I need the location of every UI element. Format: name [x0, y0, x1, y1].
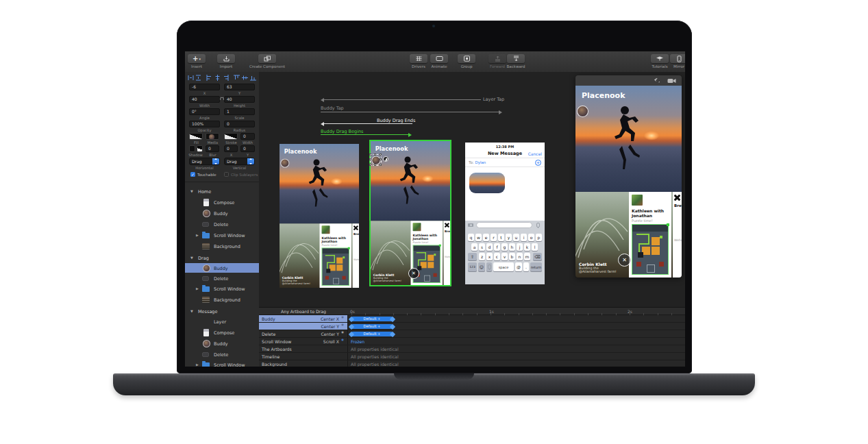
- key-m[interactable]: m: [524, 253, 530, 260]
- backward-button[interactable]: [507, 54, 525, 63]
- shadow-blur-field[interactable]: 0: [206, 145, 219, 152]
- insert-button[interactable]: +▾: [188, 54, 206, 63]
- mic-icon[interactable]: [536, 223, 540, 227]
- key-w[interactable]: w: [475, 234, 482, 241]
- horizontal-drag-select[interactable]: Drag: [189, 158, 220, 165]
- canvas[interactable]: Layer Tap Buddy Tap Buddy Drag Ends Budd…: [259, 72, 685, 307]
- layer-section-home[interactable]: ▼Home: [185, 187, 259, 196]
- vertical-drag-select[interactable]: Drag: [224, 158, 255, 165]
- key-y[interactable]: y: [506, 234, 512, 241]
- layer-item-delete[interactable]: Delete: [185, 349, 259, 359]
- media-swatch[interactable]: [206, 133, 219, 140]
- layer-item-compose[interactable]: Compose: [185, 197, 259, 207]
- layer-item-buddy-selected[interactable]: Buddy: [185, 263, 259, 273]
- key-z[interactable]: z: [479, 253, 485, 260]
- emoji-key[interactable]: ☺: [478, 262, 485, 271]
- angle-field[interactable]: 0°: [189, 108, 220, 115]
- disclosure-down-icon[interactable]: ▼: [190, 189, 193, 193]
- key-r[interactable]: r: [491, 234, 497, 241]
- layer-section-drag[interactable]: ▼Drag: [185, 254, 259, 262]
- align-right-icon[interactable]: [223, 75, 229, 81]
- at-key[interactable]: @: [515, 262, 522, 271]
- key-d[interactable]: d: [486, 243, 493, 251]
- x-field[interactable]: -6: [189, 84, 220, 90]
- mirror-button[interactable]: [670, 54, 685, 63]
- timeline-row-artboards[interactable]: The Artboards All properties identical: [259, 345, 685, 353]
- width-field[interactable]: 40: [189, 96, 220, 103]
- key-o[interactable]: o: [528, 234, 534, 241]
- key-s[interactable]: s: [479, 243, 485, 251]
- shadow-y-field[interactable]: 0: [240, 145, 255, 152]
- timeline-row-buddy-centery[interactable]: Center Y* Default +: [259, 323, 685, 330]
- buddy-avatar[interactable]: [281, 159, 290, 168]
- layer-item-layer[interactable]: Layer: [185, 317, 259, 326]
- key-k[interactable]: k: [524, 243, 530, 251]
- lock-aspect-icon[interactable]: [220, 97, 224, 100]
- disclosure-down-icon[interactable]: ▼: [190, 256, 193, 260]
- radius-field[interactable]: 0: [224, 121, 255, 127]
- feed-card-partial[interactable]: Bret Weho: [353, 223, 360, 288]
- key-a[interactable]: a: [471, 243, 478, 251]
- align-bottom-icon[interactable]: [250, 75, 256, 81]
- stroke-swatch[interactable]: [224, 133, 238, 140]
- tutorials-button[interactable]: [651, 54, 669, 63]
- preview-screen[interactable]: Placenook Corbin Klett Building the @Atl…: [575, 86, 682, 278]
- create-component-button[interactable]: [258, 54, 276, 63]
- key-g[interactable]: g: [501, 243, 508, 251]
- y-field[interactable]: 63: [224, 84, 255, 90]
- mic-key[interactable]: [486, 262, 492, 271]
- animation-pill[interactable]: Default +: [351, 332, 393, 336]
- distribute-vertical-icon[interactable]: [195, 75, 201, 81]
- add-contact-button[interactable]: +: [535, 160, 541, 166]
- key-c[interactable]: c: [494, 253, 500, 260]
- clip-sublayers-checkbox[interactable]: [224, 172, 229, 177]
- artboard-home[interactable]: Placenook Corbin Klett Building the @Atl…: [280, 144, 359, 288]
- delete-x-button[interactable]: ✕: [408, 268, 419, 279]
- message-input[interactable]: [476, 222, 532, 228]
- shadow-color-swatch[interactable]: [189, 145, 195, 152]
- timeline-row-scrollwindow-scrollx[interactable]: Scroll WindowScroll X* Frozen: [259, 338, 685, 345]
- key-j[interactable]: j: [517, 243, 523, 251]
- layer-item-delete[interactable]: Delete: [185, 219, 259, 229]
- fill-swatch[interactable]: [189, 133, 203, 140]
- key-q[interactable]: q: [468, 234, 474, 241]
- buddy-drag-begins-arrow[interactable]: [321, 134, 408, 135]
- key-t[interactable]: t: [498, 234, 504, 241]
- layer-section-message[interactable]: ▼Message: [185, 307, 259, 316]
- shadow-style-swatch[interactable]: [197, 145, 203, 152]
- disclosure-right-icon[interactable]: ▶: [196, 286, 199, 291]
- align-center-vertical-icon[interactable]: [242, 75, 248, 81]
- key-b[interactable]: b: [509, 253, 515, 260]
- height-field[interactable]: 40: [224, 96, 255, 103]
- buddy-drag-ends-arrow[interactable]: [322, 123, 412, 124]
- return-key[interactable]: return: [530, 262, 542, 271]
- undo-arrow-icon[interactable]: [653, 78, 660, 84]
- layer-item-scroll-window[interactable]: ▶Scroll Window: [185, 360, 259, 367]
- artboard-message[interactable]: 12:38 PM New Message Cancel To: Dylan + …: [465, 143, 545, 284]
- camera-icon[interactable]: [468, 223, 473, 227]
- forward-button[interactable]: [488, 54, 506, 63]
- timeline-row-buddy-centerx[interactable]: BuddyCenter X* Default +: [259, 315, 685, 323]
- key-u[interactable]: u: [513, 234, 519, 241]
- touchable-checkbox[interactable]: ✓: [190, 172, 195, 177]
- layer-item-scroll-window[interactable]: ▶Scroll Window: [185, 284, 259, 293]
- key-l[interactable]: l: [532, 243, 538, 251]
- group-button[interactable]: [458, 54, 475, 63]
- feed-card[interactable]: Kathleen with Jonathan Puzzle time!: [629, 192, 671, 278]
- layer-item-delete[interactable]: Delete: [185, 273, 259, 283]
- drivers-button[interactable]: [410, 54, 427, 63]
- layer-item-background[interactable]: Background: [185, 295, 259, 304]
- layer-item-buddy[interactable]: Buddy: [185, 338, 259, 348]
- cancel-button[interactable]: Cancel: [528, 151, 542, 156]
- buddy-avatar[interactable]: [577, 106, 588, 117]
- timeline-row-background[interactable]: Background All properties identical: [259, 360, 685, 367]
- feed-card-partial[interactable]: Bret Weho: [444, 221, 451, 285]
- period-key[interactable]: .: [523, 262, 529, 271]
- layer-tap-arrow[interactable]: [322, 99, 481, 100]
- animate-button[interactable]: [430, 54, 448, 63]
- delete-x-button[interactable]: ✕: [618, 254, 631, 267]
- animation-pill[interactable]: Default +: [351, 324, 393, 329]
- disclosure-right-icon[interactable]: ▶: [196, 362, 199, 367]
- key-v[interactable]: v: [501, 253, 508, 260]
- align-center-horizontal-icon[interactable]: [214, 75, 221, 81]
